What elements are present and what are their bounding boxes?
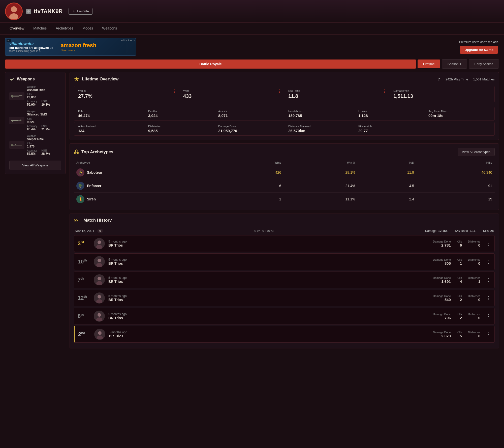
stat-dmgmin-val: 1,511.13 bbox=[393, 93, 490, 99]
nav-item-matches[interactable]: Matches bbox=[29, 23, 51, 34]
match-history-header: Match History bbox=[74, 218, 495, 223]
weapon1-kills: 23,830 bbox=[27, 96, 36, 99]
nav-item-archetypes[interactable]: Archetypes bbox=[51, 23, 78, 34]
nav-item-modes[interactable]: Modes bbox=[78, 23, 98, 34]
playtime-info: ⏱ 242h Play Time 1,561 Matches bbox=[437, 77, 495, 81]
stat-winpct: Win % 27.7% ⋮ bbox=[74, 86, 179, 102]
stat-deaths: Deaths 3,924 bbox=[144, 107, 214, 120]
svg-rect-13 bbox=[20, 120, 21, 121]
ad-label: AD bbox=[7, 39, 11, 42]
match-character-avatar bbox=[94, 329, 105, 340]
ad-shop-now[interactable]: Shop now » bbox=[61, 49, 97, 52]
match-damage-val: 2,781 bbox=[433, 243, 451, 247]
match-row[interactable]: 2nd 5 months ago BR Trios Damage Done 2,… bbox=[74, 326, 495, 343]
match-row[interactable]: 8th 5 months ago BR Trios Damage Done 70… bbox=[74, 308, 495, 324]
match-info: 5 months ago BR Trios bbox=[108, 258, 429, 265]
stat-allies-val: 134 bbox=[78, 129, 140, 133]
weapons-panel: Weapons Weapon Assault Rifle Kills 23,83… bbox=[5, 72, 66, 174]
weapon2-acc-label: Accuracy bbox=[27, 125, 37, 128]
ad-sub-tagline: there's something good in it. bbox=[9, 50, 53, 52]
match-place: 8th bbox=[78, 313, 90, 319]
stat-wins-menu[interactable]: ⋮ bbox=[277, 89, 281, 94]
match-damage-val: 540 bbox=[433, 297, 451, 302]
view-all-weapons-button[interactable]: View All Weapons bbox=[9, 161, 61, 170]
stat-dmgmin-menu[interactable]: ⋮ bbox=[488, 89, 492, 94]
match-time: 5 months ago bbox=[108, 312, 429, 316]
match-row[interactable]: 10th 5 months ago BR Trios Damage Done 8… bbox=[74, 253, 495, 270]
match-damage-val: 2,073 bbox=[433, 334, 451, 338]
arch-name-cell: 🧜 Siren bbox=[74, 193, 226, 206]
favorite-button[interactable]: ☆ Favorite bbox=[69, 8, 92, 15]
stat-losses-val: 1,128 bbox=[358, 113, 420, 118]
match-stat-damage: Damage Done 540 bbox=[433, 294, 451, 302]
archetypes-title: Top Archetypes bbox=[81, 150, 113, 155]
svg-rect-18 bbox=[13, 145, 14, 146]
arch-name: Saboteur bbox=[87, 170, 102, 174]
main-content: Weapons Weapon Assault Rifle Kills 23,83… bbox=[0, 72, 504, 348]
match-mode: BR Trios bbox=[109, 334, 429, 338]
match-diab-val: 1 bbox=[468, 279, 480, 284]
upgrade-button[interactable]: Upgrade for $3/mo bbox=[460, 46, 498, 54]
stat-losses: Losses 1,128 bbox=[354, 107, 424, 120]
svg-rect-8 bbox=[19, 95, 22, 96]
archetype-row[interactable]: 🧜 Siren 1 11.1% 2.4 19 bbox=[74, 193, 495, 206]
match-menu-button[interactable]: ⋮ bbox=[486, 313, 491, 319]
col-archetype: Archetype bbox=[74, 160, 226, 166]
username-text: ttvTANK9R bbox=[34, 8, 62, 15]
stats-bot-grid: Allies Revived 134 Diableries 9,585 Dama… bbox=[74, 122, 495, 136]
archetype-row[interactable]: 🥷 Saboteur 426 28.1% 11.9 46,340 bbox=[74, 166, 495, 179]
match-menu-button[interactable]: ⋮ bbox=[486, 241, 491, 246]
weapons-panel-title: Weapons bbox=[9, 76, 61, 82]
match-damage-label: Damage Done bbox=[433, 294, 451, 297]
match-row[interactable]: 3rd 5 months ago BR Trios Damage Done 2,… bbox=[74, 235, 495, 252]
matches-count: 1,561 Matches bbox=[473, 77, 495, 81]
match-diab-val: 0 bbox=[468, 297, 480, 302]
match-time: 5 months ago bbox=[108, 240, 429, 243]
day-kills: 28 bbox=[490, 229, 494, 233]
stat-kd-menu[interactable]: ⋮ bbox=[383, 89, 387, 94]
match-suffix: th bbox=[81, 313, 84, 317]
stat-headshots-label: Headshots bbox=[288, 110, 350, 113]
arch-kills: 19 bbox=[417, 193, 495, 206]
match-info: 5 months ago BR Trios bbox=[108, 294, 429, 302]
view-all-archetypes-button[interactable]: View All Archetypes bbox=[458, 148, 495, 156]
match-diab-label: Diableries bbox=[468, 313, 480, 316]
stat-winpct-menu[interactable]: ⋮ bbox=[172, 89, 176, 94]
lifetime-button[interactable]: Lifetime bbox=[418, 59, 440, 68]
weapons-title-text: Weapons bbox=[17, 77, 35, 81]
battle-royale-button[interactable]: Battle Royale bbox=[5, 59, 416, 69]
match-menu-button[interactable]: ⋮ bbox=[486, 295, 491, 301]
nav-item-weapons[interactable]: Weapons bbox=[98, 23, 121, 34]
stat-kd-label: K/D Ratio bbox=[288, 89, 385, 92]
col-kd: K/D bbox=[358, 160, 417, 166]
match-stat-damage: Damage Done 2,781 bbox=[433, 240, 451, 247]
stat-dmgmin-label: Damage/min bbox=[393, 89, 490, 92]
overview-title: Lifetime Overview bbox=[82, 77, 119, 82]
svg-rect-11 bbox=[11, 120, 18, 121]
match-row[interactable]: 12th 5 months ago BR Trios Damage Done 5… bbox=[74, 290, 495, 306]
svg-point-31 bbox=[98, 241, 101, 244]
match-diab-val: 0 bbox=[468, 261, 480, 265]
svg-point-37 bbox=[98, 277, 101, 280]
weapon1-hs-label: HS% bbox=[41, 100, 50, 103]
ad-area: AD vitaminwater our nutrients are all gl… bbox=[0, 35, 504, 59]
match-row[interactable]: 7th 5 months ago BR Trios Damage Done 1,… bbox=[74, 272, 495, 288]
match-place: 12th bbox=[78, 295, 90, 301]
archetype-row[interactable]: 🪖 Enforcer 6 21.4% 4.5 91 bbox=[74, 179, 495, 193]
ad-tagline: our nutrients are all glowed up bbox=[9, 46, 53, 50]
match-menu-button[interactable]: ⋮ bbox=[486, 259, 491, 264]
season1-button[interactable]: Season 1 bbox=[442, 59, 467, 69]
match-diab-label: Diableries bbox=[468, 240, 480, 243]
arch-avatar: 🥷 bbox=[76, 168, 84, 176]
weapon2-kills-label: Kills bbox=[27, 117, 35, 120]
premium-area: Premium users don't see ads. Upgrade for… bbox=[459, 40, 499, 54]
match-time: 5 months ago bbox=[108, 276, 429, 280]
early-access-button[interactable]: Early Access bbox=[469, 59, 499, 69]
match-menu-button[interactable]: ⋮ bbox=[486, 332, 491, 337]
stat-kd: K/D Ratio 11.8 ⋮ bbox=[284, 86, 389, 102]
match-menu-button[interactable]: ⋮ bbox=[486, 277, 491, 283]
nav-item-overview[interactable]: Overview bbox=[5, 23, 29, 34]
weapon2-kills: 9,221 bbox=[27, 120, 35, 124]
match-record: 0 W · 9 L (0%) bbox=[255, 229, 274, 233]
stat-dmgmin: Damage/min 1,511.13 ⋮ bbox=[389, 86, 494, 102]
